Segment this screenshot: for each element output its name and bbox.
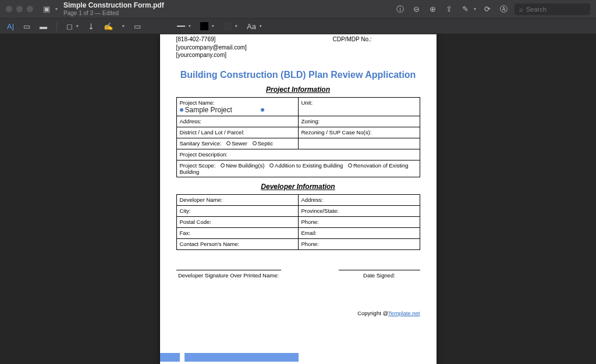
label-project-description: Project Description: — [176, 149, 420, 160]
section-developer-info: Developer Information — [176, 183, 420, 191]
copyright: Copyright @Template.net — [176, 310, 420, 316]
company-url: [yourcompany.com] — [176, 51, 247, 59]
window-titlebar: ▣ ▾ Simple Construction Form.pdf Page 1 … — [0, 0, 596, 19]
copyright-prefix: Copyright @ — [357, 310, 388, 316]
search-icon: ⌕ — [519, 6, 523, 13]
chevron-down-icon[interactable]: ▾ — [55, 6, 58, 12]
sign-tool-icon[interactable]: ✍ — [104, 22, 113, 31]
document-filename: Simple Construction Form.pdf — [63, 2, 164, 9]
label-unit: Unit: — [298, 97, 420, 116]
label-zoning: Zoning: — [298, 116, 420, 127]
stroke-color-swatch[interactable] — [200, 22, 208, 30]
label-dev-name: Developer Name: — [176, 194, 298, 205]
chevron-down-icon[interactable]: ▾ — [76, 24, 79, 28]
redact-tool-icon[interactable]: ▬ — [40, 22, 47, 31]
chevron-down-icon[interactable]: ▾ — [122, 24, 125, 28]
label-signature-developer: Developer Signature Over Printed Name: — [178, 272, 279, 279]
insert-tool-icon[interactable]: ⤓ — [88, 22, 94, 31]
section-project-info: Project Information — [176, 85, 420, 94]
document-subtitle: Page 1 of 3 — Edited — [63, 10, 164, 16]
share-icon[interactable]: ⇧ — [444, 5, 454, 13]
label-signature-date: Date Signed: — [363, 272, 395, 279]
minimize-icon[interactable] — [16, 6, 23, 12]
label-dev-fax: Fax: — [176, 227, 298, 238]
text-selection[interactable]: Sample Project — [180, 106, 264, 114]
label-project-name: Project Name: — [180, 99, 215, 106]
signature-line-developer — [176, 270, 281, 271]
label-dev-email: Email: — [298, 227, 420, 238]
chevron-down-icon[interactable]: ▾ — [474, 6, 476, 12]
label-addition: Addition to Existing Building — [275, 162, 343, 169]
cdp-mdp-label: CDP/MDP No.: — [333, 35, 420, 44]
chevron-down-icon[interactable]: ▾ — [212, 24, 214, 28]
radio-sewer[interactable] — [226, 141, 230, 145]
footer-accent-bars — [160, 353, 299, 362]
label-address: Address: — [176, 116, 298, 127]
pdf-viewport[interactable]: [818-402-7769] [yourcompany@email.com] [… — [0, 34, 596, 364]
markup-toolbar: A| ▭ ▬ ◻▾ ⤓ ✍▾ ▭ ▾ ▾ ▾ Aa▾ — [0, 19, 596, 34]
label-dev-address: Address: — [298, 194, 420, 205]
highlight-icon[interactable]: Ⓐ — [498, 4, 509, 15]
search-input[interactable] — [526, 6, 586, 13]
selection-handle-right[interactable] — [261, 108, 264, 112]
label-dev-phone: Phone: — [298, 216, 420, 227]
signature-line-date — [339, 270, 420, 271]
company-phone: [818-402-7769] — [176, 35, 247, 44]
label-dev-phone2: Phone: — [298, 238, 420, 249]
label-septic: Septic — [258, 140, 273, 147]
label-rezoning: Rezoning / SUP Case No(s): — [298, 127, 420, 138]
note-tool-icon[interactable]: ▭ — [134, 22, 141, 31]
chevron-down-icon[interactable]: ▾ — [235, 24, 237, 28]
letterhead: [818-402-7769] [yourcompany@email.com] [… — [176, 34, 420, 59]
label-district: District / Land Lot / Parcel: — [176, 127, 298, 138]
radio-renovation[interactable] — [348, 163, 352, 167]
value-project-name[interactable]: Sample Project — [185, 106, 232, 114]
line-style-icon[interactable] — [177, 26, 185, 27]
shapes-tool-icon[interactable]: ◻ — [66, 22, 73, 31]
fill-color-swatch[interactable] — [224, 22, 232, 30]
selection-tool-icon[interactable]: ▭ — [23, 22, 30, 31]
label-new-building: New Building(s) — [226, 162, 265, 169]
zoom-out-icon[interactable]: ⊖ — [411, 5, 421, 13]
selection-handle-left[interactable] — [180, 108, 183, 112]
label-dev-contact: Contact Person's Name: — [176, 238, 298, 249]
label-project-scope: Project Scope: — [180, 162, 216, 169]
label-sewer: Sewer — [232, 140, 247, 147]
rotate-icon[interactable]: ⟳ — [482, 5, 492, 13]
window-controls[interactable] — [6, 6, 33, 12]
template-link[interactable]: Template.net — [388, 310, 420, 316]
label-dev-postal: Postal Code: — [176, 216, 298, 227]
company-email: [yourcompany@email.com] — [176, 44, 247, 52]
radio-new-building[interactable] — [221, 163, 225, 167]
chevron-down-icon[interactable]: ▾ — [189, 24, 191, 28]
label-dev-city: City: — [176, 205, 298, 216]
zoom-icon[interactable] — [27, 6, 33, 12]
search-field[interactable]: ⌕ — [515, 3, 590, 15]
document-title-block: Simple Construction Form.pdf Page 1 of 3… — [63, 2, 164, 16]
close-icon[interactable] — [6, 6, 12, 12]
radio-septic[interactable] — [253, 141, 257, 145]
zoom-in-icon[interactable]: ⊕ — [427, 5, 438, 13]
markup-icon[interactable]: ✎ — [460, 5, 470, 13]
radio-addition[interactable] — [269, 163, 274, 167]
developer-info-table: Developer Name: Address: City: Province/… — [176, 194, 420, 250]
signature-row: Developer Signature Over Printed Name: D… — [176, 270, 420, 279]
info-icon[interactable]: ⓘ — [395, 4, 405, 15]
chevron-down-icon[interactable]: ▾ — [260, 24, 262, 28]
form-title: Building Construction (BLD) Plan Review … — [176, 70, 420, 80]
label-dev-province: Province/State: — [298, 205, 420, 216]
label-sanitary: Sanitary Service: — [180, 140, 222, 147]
project-info-table: Project Name: Sample Project Unit: Addre… — [176, 97, 420, 177]
text-tool-icon[interactable]: A| — [7, 22, 14, 31]
sidebar-toggle-icon[interactable]: ▣ — [41, 5, 52, 13]
font-style-icon[interactable]: Aa — [247, 22, 256, 31]
pdf-page: [818-402-7769] [yourcompany@email.com] [… — [160, 34, 437, 364]
